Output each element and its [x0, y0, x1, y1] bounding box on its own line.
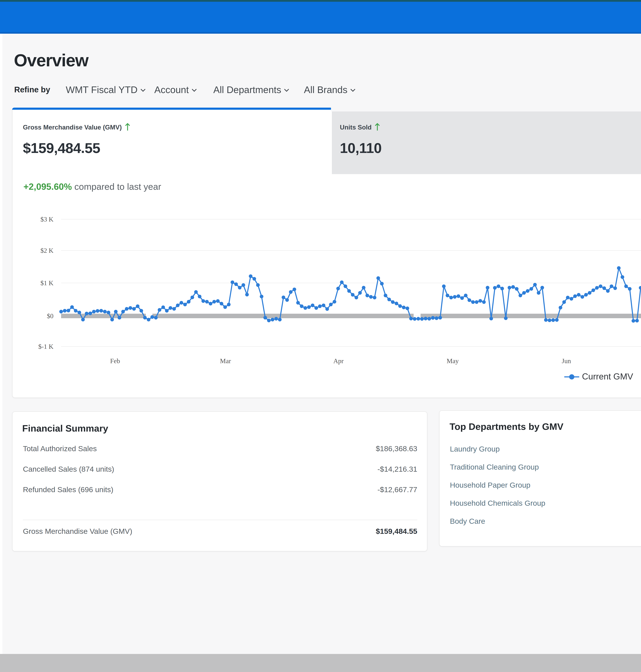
- svg-text:May: May: [447, 357, 459, 365]
- svg-text:Feb: Feb: [110, 357, 120, 365]
- svg-text:$-1 K: $-1 K: [38, 343, 53, 350]
- svg-text:Apr: Apr: [333, 357, 343, 365]
- svg-text:Jun: Jun: [562, 357, 571, 365]
- svg-text:Mar: Mar: [220, 357, 231, 365]
- svg-text:$0: $0: [47, 312, 53, 320]
- svg-text:$3 K: $3 K: [40, 216, 54, 223]
- svg-text:$1 K: $1 K: [40, 279, 54, 287]
- svg-text:$2 K: $2 K: [40, 247, 54, 254]
